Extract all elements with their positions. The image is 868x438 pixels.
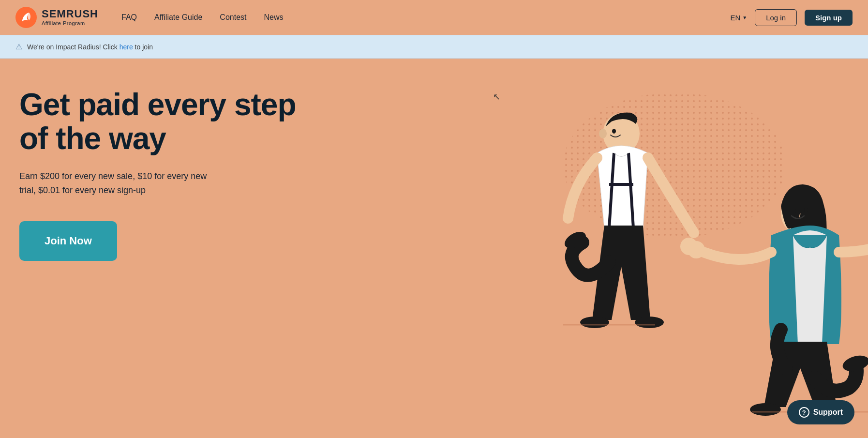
banner-text: We're on Impact Radius! Click here to jo… <box>27 43 153 51</box>
nav-news[interactable]: News <box>264 13 284 22</box>
login-button[interactable]: Log in <box>755 9 797 26</box>
logo-link[interactable]: SEMRUSH Affiliate Program <box>15 7 98 28</box>
site-header: SEMRUSH Affiliate Program FAQ Affiliate … <box>0 0 868 35</box>
svg-point-7 <box>580 317 609 328</box>
logo-semrush-text: SEMRUSH <box>42 8 98 20</box>
hero-section: Get paid every step of the way Earn $200… <box>0 59 868 426</box>
svg-point-11 <box>793 209 796 213</box>
hero-title: Get paid every step of the way <box>19 88 300 156</box>
semrush-logo-icon <box>15 7 37 28</box>
svg-point-17 <box>750 403 781 416</box>
support-button[interactable]: ? Support <box>787 400 854 424</box>
main-nav: FAQ Affiliate Guide Contest News <box>121 13 284 22</box>
signup-button[interactable]: Sign up <box>805 10 853 26</box>
banner-link[interactable]: here <box>120 43 133 51</box>
svg-point-16 <box>841 353 868 374</box>
lang-label: EN <box>730 14 740 22</box>
svg-point-8 <box>635 317 664 328</box>
warning-icon: ⚠ <box>15 42 22 51</box>
banner-text-after: to join <box>133 43 153 51</box>
join-now-button[interactable]: Join Now <box>19 221 117 261</box>
svg-point-5 <box>599 129 607 138</box>
nav-affiliate-guide[interactable]: Affiliate Guide <box>154 13 202 22</box>
support-icon: ? <box>799 407 809 418</box>
banner-text-before: We're on Impact Radius! Click <box>27 43 120 51</box>
announcement-banner: ⚠ We're on Impact Radius! Click here to … <box>0 35 868 59</box>
logo-affiliate-text: Affiliate Program <box>42 20 98 27</box>
header-right: EN ▼ Log in Sign up <box>730 9 853 26</box>
support-label: Support <box>813 408 843 417</box>
nav-faq[interactable]: FAQ <box>121 13 137 22</box>
svg-point-15 <box>680 238 698 255</box>
hero-illustration <box>433 78 868 426</box>
logo-text: SEMRUSH Affiliate Program <box>42 8 98 26</box>
hero-content: Get paid every step of the way Earn $200… <box>19 88 300 261</box>
chevron-down-icon: ▼ <box>742 15 747 20</box>
svg-point-6 <box>612 129 616 134</box>
nav-contest[interactable]: Contest <box>220 13 246 22</box>
hero-subtitle: Earn $200 for every new sale, $10 for ev… <box>19 169 223 197</box>
language-selector[interactable]: EN ▼ <box>730 14 747 22</box>
svg-point-12 <box>804 208 808 212</box>
